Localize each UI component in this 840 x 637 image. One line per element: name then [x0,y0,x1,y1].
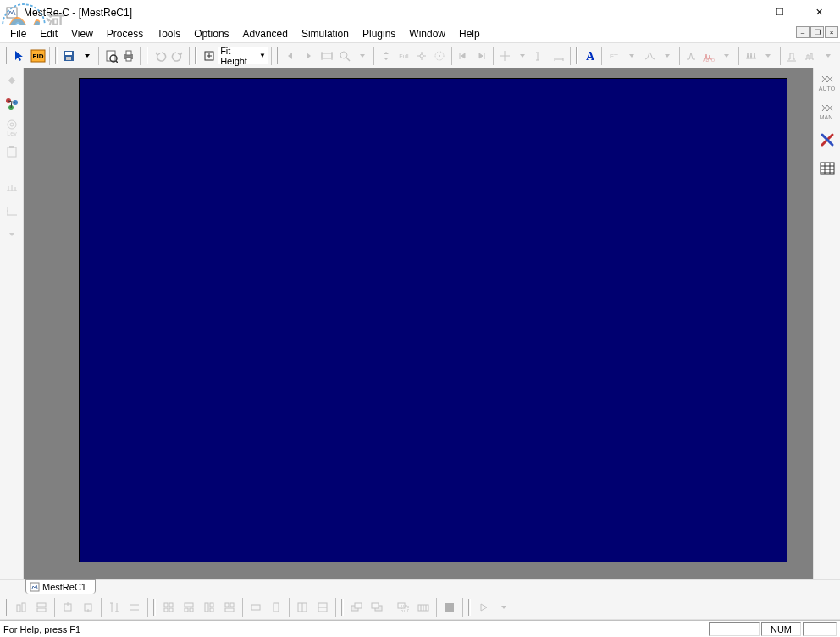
toolbar-grip[interactable] [341,599,344,616]
btool-4[interactable] [78,597,98,618]
tool-measure-button[interactable] [532,46,550,66]
tool-integral-button[interactable] [783,46,801,66]
menu-help[interactable]: Help [452,26,487,42]
window-close-button[interactable]: ✕ [799,0,838,25]
rail-man-button[interactable]: MAN. [816,100,838,122]
tool-ft-dropdown[interactable] [622,46,640,66]
tool-text-button[interactable]: A [581,46,599,66]
tool-redo-button[interactable] [169,46,186,66]
tool-save-button[interactable] [60,46,78,66]
menu-view[interactable]: View [64,26,100,42]
btool-grid1[interactable] [158,597,179,618]
tool-shift-left-button[interactable] [455,46,472,66]
window-minimize-button[interactable]: — [721,0,760,25]
toolbar-grip[interactable] [146,47,148,64]
tool-save-dropdown[interactable] [78,46,96,66]
menu-simulation[interactable]: Simulation [295,26,356,42]
menu-process[interactable]: Process [100,26,150,42]
menu-options[interactable]: Options [187,26,235,42]
btool-layer3[interactable] [393,597,413,618]
tool-shift-right-button[interactable] [472,46,490,66]
tool-left-button[interactable] [282,46,300,66]
tool-integral-dropdown[interactable] [819,46,837,66]
btool-5[interactable] [104,597,124,618]
btool-6[interactable] [124,597,145,618]
btool-grid5[interactable] [246,597,266,618]
tool-full-button[interactable]: Full [395,46,412,66]
tool-expand-v-button[interactable] [377,46,395,66]
rail-lev-icon[interactable]: Lev [3,119,21,137]
toolbar-grip[interactable] [55,47,58,64]
rail-tools-button[interactable] [816,129,838,151]
btool-3[interactable] [58,597,78,618]
rail-diamond-icon[interactable] [3,71,21,90]
btool-1[interactable] [11,597,31,618]
tool-cursor-button[interactable] [11,46,29,66]
mdi-minimize-button[interactable]: – [796,26,810,38]
tool-phase-dropdown[interactable] [658,46,676,66]
btool-grid7[interactable] [292,597,312,618]
btool-grid8[interactable] [312,597,333,618]
toolbar-grip[interactable] [6,599,8,616]
toolbar-grip[interactable] [195,47,197,64]
tool-center2-button[interactable] [431,46,449,66]
window-maximize-button[interactable]: ☐ [760,0,799,25]
menu-advanced[interactable]: Advanced [236,26,295,42]
svg-rect-88 [274,603,279,612]
tool-ft-button[interactable]: FT [605,46,622,66]
rail-clipboard-icon[interactable] [3,142,21,161]
btool-grid2[interactable] [179,597,199,618]
btool-layer1[interactable] [346,597,367,618]
tool-print-preview-button[interactable] [102,46,119,66]
menu-window[interactable]: Window [402,26,452,42]
tool-multiplet-button[interactable] [742,46,760,66]
tool-zoom-dropdown[interactable] [353,46,371,66]
btool-layer5[interactable] [439,597,460,618]
toolbar-grip[interactable] [468,599,471,616]
tool-right-button[interactable] [300,46,318,66]
tool-range-button[interactable] [318,46,335,66]
document-tab-active[interactable]: MestReC1 [25,579,96,594]
spectrum-canvas[interactable] [79,78,788,562]
mdi-restore-button[interactable]: ❐ [810,26,824,38]
tool-print-button[interactable] [119,46,137,66]
tool-measure-h-button[interactable] [550,46,567,66]
tool-center-button[interactable] [413,46,431,66]
tool-phase-button[interactable] [640,46,658,66]
rail-table-button[interactable] [816,158,838,180]
toolbar-grip[interactable] [576,47,578,64]
rail-scale-icon[interactable] [3,202,21,220]
btool-layer4[interactable] [413,597,434,618]
btool-play-button[interactable] [473,597,494,618]
rail-scale-dropdown[interactable] [3,225,21,244]
menu-file[interactable]: File [3,26,33,42]
tool-crosshair-button[interactable] [496,46,514,66]
rail-baseline-icon[interactable] [3,178,21,197]
menu-edit[interactable]: Edit [33,26,64,42]
tool-undo-button[interactable] [151,46,169,66]
tool-integral2-button[interactable] [801,46,819,66]
rail-auto-button[interactable]: AUTO [816,71,838,93]
tool-auto-button[interactable]: AUTO [700,46,718,66]
btool-grid4[interactable] [219,597,240,618]
menu-tools[interactable]: Tools [150,26,187,42]
tool-auto-dropdown[interactable] [718,46,736,66]
btool-layer2[interactable] [367,597,387,618]
rail-molecule-icon[interactable] [3,95,21,114]
tool-multiplet-dropdown[interactable] [760,46,777,66]
toolbar-grip[interactable] [277,47,279,64]
tool-peak-button[interactable] [682,46,699,66]
tool-fit-icon[interactable] [200,46,218,66]
toolbar-grip[interactable] [153,599,156,616]
btool-grid6[interactable] [266,597,286,618]
tool-crosshair-dropdown[interactable] [514,46,532,66]
menu-plugins[interactable]: Plugins [356,26,402,42]
tool-zoom-button[interactable] [335,46,353,66]
btool-play-dropdown[interactable] [494,597,514,618]
mdi-close-button[interactable]: × [825,26,838,38]
tool-fid-button[interactable]: FID [29,46,47,66]
btool-2[interactable] [31,597,52,618]
btool-grid3[interactable] [199,597,219,618]
toolbar-grip[interactable] [6,47,8,64]
tool-fit-select[interactable]: Fit Height ▼ [218,47,268,64]
